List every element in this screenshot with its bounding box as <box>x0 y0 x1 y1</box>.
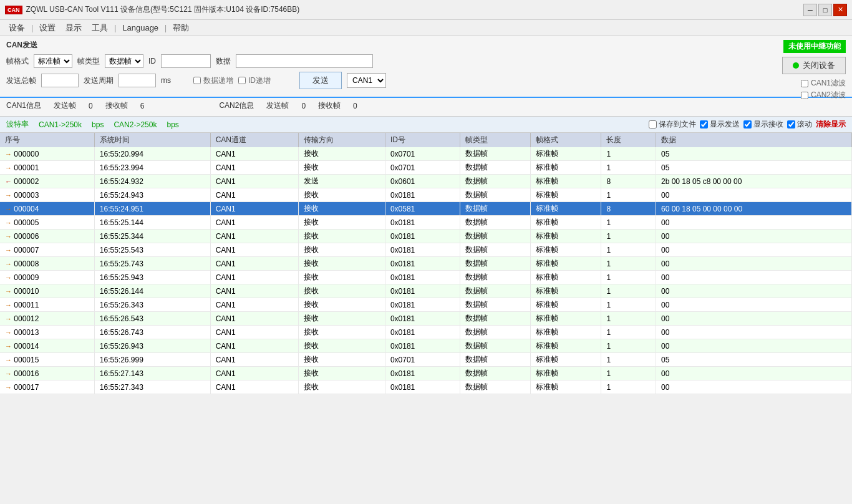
cell-frame-format: 标准帧 <box>531 161 601 175</box>
table-row[interactable]: → 000007 16:55:25.543 CAN1 接收 0x0181 数据帧… <box>0 243 852 257</box>
cell-frame-type: 数据帧 <box>460 367 531 380</box>
cell-data: 00 <box>656 339 851 353</box>
cell-frame-id: 0x0601 <box>385 175 460 188</box>
can1-filter-checkbox[interactable] <box>801 80 808 87</box>
show-send-checkbox[interactable] <box>700 120 708 128</box>
cell-time: 16:55:20.994 <box>94 147 210 161</box>
table-row[interactable]: → 000012 16:55:26.543 CAN1 接收 0x0181 数据帧… <box>0 312 852 326</box>
right-panel: 未使用中继功能 关闭设备 CAN1滤波 CAN2滤波 <box>782 40 846 100</box>
data-table: 序号 系统时间 CAN通道 传输方向 ID号 帧类型 帧格式 长度 数据 → 0… <box>0 133 852 394</box>
display-options: 保存到文件 显示发送 显示接收 滚动 清除显示 <box>649 119 846 130</box>
table-row[interactable]: → 000010 16:55:26.144 CAN1 接收 0x0181 数据帧… <box>0 284 852 298</box>
table-row[interactable]: → 000004 16:55:24.951 CAN1 接收 0x0581 数据帧… <box>0 202 852 216</box>
cell-seq: → 000013 <box>0 326 94 339</box>
table-row[interactable]: → 000015 16:55:26.999 CAN1 接收 0x0701 数据帧… <box>0 353 852 367</box>
cell-frame-type: 数据帧 <box>460 188 531 202</box>
period-input[interactable]: 1000 <box>119 74 156 87</box>
can2-filter-checkbox[interactable] <box>801 92 808 99</box>
table-row[interactable]: → 000013 16:55:26.743 CAN1 接收 0x0181 数据帧… <box>0 326 852 339</box>
cell-data: 00 <box>656 216 851 230</box>
relay-status: 未使用中继功能 <box>783 40 846 53</box>
cell-frame-id: 0x0181 <box>385 271 460 284</box>
cell-frame-type: 数据帧 <box>460 175 531 188</box>
cell-data: 60 00 18 05 00 00 00 00 <box>656 202 851 216</box>
can1-recv-label: 接收帧 <box>105 100 128 111</box>
show-recv-checkbox[interactable] <box>743 120 752 128</box>
table-row[interactable]: → 000006 16:55:25.344 CAN1 接收 0x0181 数据帧… <box>0 230 852 243</box>
cell-data: 05 <box>656 147 851 161</box>
table-row[interactable]: → 000016 16:55:27.143 CAN1 接收 0x0181 数据帧… <box>0 367 852 380</box>
cell-channel: CAN1 <box>210 202 299 216</box>
cell-channel: CAN1 <box>210 147 299 161</box>
menu-device[interactable]: 设备 <box>5 21 29 35</box>
table-row[interactable]: → 000001 16:55:23.994 CAN1 接收 0x0701 数据帧… <box>0 161 852 175</box>
cell-data: 2b 00 18 05 c8 00 00 00 <box>656 175 851 188</box>
minimize-button[interactable]: ─ <box>803 4 817 16</box>
cell-channel: CAN1 <box>210 271 299 284</box>
total-frames-input[interactable]: 1 <box>41 74 79 87</box>
frame-format-select[interactable]: 标准帧 扩展帧 <box>34 54 72 68</box>
cell-time: 16:55:26.144 <box>94 284 210 298</box>
table-row[interactable]: → 000011 16:55:26.343 CAN1 接收 0x0181 数据帧… <box>0 298 852 312</box>
table-row[interactable]: → 000005 16:55:25.144 CAN1 接收 0x0181 数据帧… <box>0 216 852 230</box>
cell-seq: → 000000 <box>0 147 94 161</box>
cell-direction: 接收 <box>299 353 385 367</box>
cell-seq: → 000012 <box>0 312 94 326</box>
can-channel-select[interactable]: CAN1 CAN2 <box>347 73 386 88</box>
cell-frame-id: 0x0181 <box>385 339 460 353</box>
id-inc-checkbox[interactable] <box>238 77 246 84</box>
menu-sep-1: | <box>31 24 33 32</box>
menu-settings[interactable]: 设置 <box>36 21 59 35</box>
can2-send-label: 发送帧 <box>266 100 289 111</box>
send-button[interactable]: 发送 <box>299 72 342 89</box>
data-input[interactable]: 2b 00 18 05 c8 00 00 00 <box>236 54 373 68</box>
table-row[interactable]: → 000003 16:55:24.943 CAN1 接收 0x0181 数据帧… <box>0 188 852 202</box>
scroll-item: 滚动 <box>787 119 812 130</box>
can2-recv-label: 接收帧 <box>318 100 341 111</box>
close-button[interactable]: ✕ <box>833 4 847 16</box>
scroll-checkbox[interactable] <box>787 120 795 128</box>
cell-frame-id: 0x0181 <box>385 243 460 257</box>
close-device-button[interactable]: 关闭设备 <box>782 57 846 74</box>
cell-direction: 接收 <box>299 161 385 175</box>
table-row[interactable]: → 000017 16:55:27.343 CAN1 接收 0x0181 数据帧… <box>0 380 852 394</box>
cell-frame-format: 标准帧 <box>531 339 601 353</box>
menu-tools[interactable]: 工具 <box>88 21 112 35</box>
can1-baud: CAN1->250k <box>39 120 82 129</box>
table-row[interactable]: ← 000002 16:55:24.932 CAN1 发送 0x0601 数据帧… <box>0 175 852 188</box>
clear-display-button[interactable]: 清除显示 <box>816 119 846 130</box>
id-input[interactable]: 601 <box>161 54 211 68</box>
cell-seq: → 000006 <box>0 230 94 243</box>
cell-frame-format: 标准帧 <box>531 312 601 326</box>
save-file-checkbox[interactable] <box>649 120 657 128</box>
cell-frame-type: 数据帧 <box>460 271 531 284</box>
cell-frame-id: 0x0181 <box>385 298 460 312</box>
cell-frame-id: 0x0181 <box>385 230 460 243</box>
menu-help[interactable]: 帮助 <box>169 21 193 35</box>
menu-display[interactable]: 显示 <box>62 21 85 35</box>
table-row[interactable]: → 000008 16:55:25.743 CAN1 接收 0x0181 数据帧… <box>0 257 852 271</box>
data-table-container[interactable]: 序号 系统时间 CAN通道 传输方向 ID号 帧类型 帧格式 长度 数据 → 0… <box>0 133 852 490</box>
frame-type-select[interactable]: 数据帧 远程帧 <box>105 54 143 68</box>
cell-seq: ← 000002 <box>0 175 94 188</box>
cell-time: 16:55:26.743 <box>94 326 210 339</box>
can1-recv-value: 6 <box>140 102 145 110</box>
cell-frame-type: 数据帧 <box>460 230 531 243</box>
cell-length: 1 <box>601 188 656 202</box>
table-row[interactable]: → 000009 16:55:25.943 CAN1 接收 0x0181 数据帧… <box>0 271 852 284</box>
cell-direction: 发送 <box>299 175 385 188</box>
cell-seq: → 000001 <box>0 161 94 175</box>
restore-button[interactable]: □ <box>818 4 832 16</box>
id-label: ID <box>148 57 156 65</box>
col-header-frame-type: 帧类型 <box>460 133 531 147</box>
can2-baud-unit: bps <box>167 120 178 129</box>
menu-language[interactable]: Language <box>119 22 162 34</box>
data-inc-checkbox[interactable] <box>193 77 201 84</box>
cell-frame-id: 0x0181 <box>385 380 460 394</box>
cell-time: 16:55:26.943 <box>94 339 210 353</box>
cell-length: 1 <box>601 367 656 380</box>
cell-data: 00 <box>656 271 851 284</box>
table-row[interactable]: → 000000 16:55:20.994 CAN1 接收 0x0701 数据帧… <box>0 147 852 161</box>
cell-data: 00 <box>656 367 851 380</box>
table-row[interactable]: → 000014 16:55:26.943 CAN1 接收 0x0181 数据帧… <box>0 339 852 353</box>
